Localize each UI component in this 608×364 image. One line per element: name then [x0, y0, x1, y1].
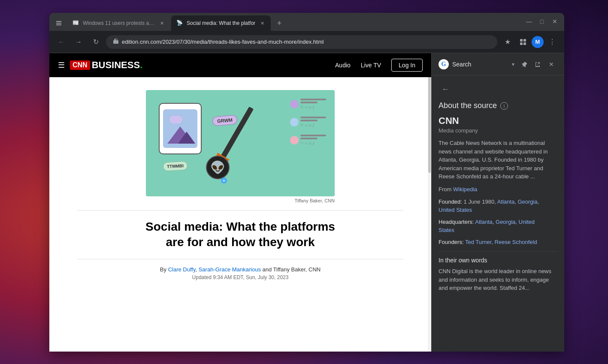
login-button[interactable]: Log In [391, 59, 423, 72]
panel-header-actions: ✕ [518, 58, 557, 70]
audio-nav-link[interactable]: Audio [335, 62, 351, 69]
illus-feed-item-1: ♡ ○ □ ⧸ [290, 99, 326, 110]
panel-inner: ← About the source i CNN Media company T… [432, 75, 564, 299]
content-area: ☰ CNN BUSINESS. Audio Live TV Log In [49, 53, 564, 352]
illus-ttmmbi-label: TTMMBI [163, 161, 188, 171]
illus-avatar-2 [290, 118, 299, 126]
hamburger-menu[interactable]: ☰ [58, 60, 65, 70]
article-divider [77, 210, 403, 211]
founders-link-reese[interactable]: Reese Schonfeld [495, 239, 537, 245]
illus-line-short-2 [300, 120, 318, 121]
author-link-1[interactable]: Clare Duffy [168, 266, 196, 273]
minimize-button[interactable]: — [523, 15, 535, 27]
back-button[interactable]: ← [54, 35, 68, 49]
business-logo-text: BUSINESS. [92, 60, 143, 71]
illus-line-short [300, 102, 318, 103]
panel-section-title: About the source i [439, 101, 557, 110]
founded-link-atlanta[interactable]: Atlanta [497, 199, 514, 205]
forward-button[interactable]: → [72, 35, 85, 49]
tab1-close[interactable]: ✕ [158, 20, 165, 27]
tab-windows[interactable]: 📰 Windows 11 users protests as M ✕ [67, 15, 170, 31]
illus-phone-inner [163, 109, 197, 148]
illus-icons-1: ♡ ○ □ ⧸ [300, 105, 326, 110]
illus-phone [159, 103, 202, 154]
illus-feed-item-3: ♡ ○ □ ⧸ [290, 135, 326, 146]
tab2-favicon: 📡 [176, 20, 183, 27]
source-description: The Cable News Network is a multinationa… [439, 139, 557, 181]
webpage: ☰ CNN BUSINESS. Audio Live TV Log In [49, 53, 431, 352]
illus-heart-icon: ♡ [300, 105, 303, 110]
browser-window: 📰 Windows 11 users protests as M ✕ 📡 Soc… [49, 13, 564, 352]
illus-avatar-1 [290, 100, 299, 108]
illus-lines-2: ♡ ○ □ ⧸ [300, 117, 326, 128]
panel-divider [439, 251, 557, 252]
founders-link-ted[interactable]: Ted Turner [465, 239, 491, 245]
illus-square-icon: □ [309, 105, 311, 110]
source-type: Media company [439, 127, 557, 134]
panel-search-arrow-icon[interactable]: ▾ [512, 61, 514, 67]
live-tv-nav-link[interactable]: Live TV [361, 62, 381, 69]
window-controls: — □ ✕ [523, 15, 561, 27]
hq-label: Headquarters: [439, 219, 474, 225]
illus-feed-item-2: ♡ ○ □ ⧸ [290, 117, 326, 128]
source-meta-founded: Founded: 1 June 1980, Atlanta, Georgia, … [439, 198, 557, 214]
menu-button[interactable]: ⋮ [545, 35, 559, 49]
illus-mountain2 [178, 132, 195, 144]
article-image: GRWM TTMMBI 👽 + [146, 90, 335, 196]
panel-close-button[interactable]: ✕ [545, 58, 557, 70]
svg-rect-2 [520, 42, 523, 45]
tab-cnn[interactable]: 📡 Social media: What the platfor ✕ [171, 15, 271, 31]
close-button[interactable]: ✕ [549, 15, 561, 27]
panel-back-button[interactable]: ← [439, 82, 452, 96]
panel-pin-button[interactable] [518, 58, 530, 70]
maximize-button[interactable]: □ [536, 15, 548, 27]
illus-alien: 👽 [206, 156, 230, 179]
source-meta-hq: Headquarters: Atlanta, Georgia, UnitedSt… [439, 218, 557, 235]
illus-cloud [169, 116, 182, 123]
illus-icons-3: ♡ ○ □ ⧸ [300, 141, 326, 146]
illus-plus-icon: + [221, 177, 227, 184]
bookmark-button[interactable]: ★ [501, 35, 514, 49]
illus-grwm-label: GRWM [212, 115, 238, 126]
hq-link-atlanta[interactable]: Atlanta [475, 219, 492, 225]
source-name: CNN [439, 115, 557, 126]
panel-popout-button[interactable] [532, 58, 544, 70]
info-icon[interactable]: i [500, 102, 508, 110]
reload-button[interactable]: ↻ [89, 35, 103, 49]
panel-search-text: Search [452, 61, 508, 68]
tab1-title: Windows 11 users protests as M [83, 20, 155, 26]
author-link-2[interactable]: Sarah-Grace Mankarious [199, 266, 261, 273]
own-words-text: CNN Digital is the world leader in onlin… [439, 267, 557, 292]
svg-rect-0 [520, 39, 523, 42]
new-tab-button[interactable]: + [273, 17, 285, 29]
scroll-bar[interactable] [428, 53, 431, 352]
google-g-logo: G [439, 59, 449, 69]
illus-line-2 [300, 117, 326, 118]
toolbar-actions: ★ M ⋮ [501, 35, 559, 49]
svg-rect-3 [523, 42, 526, 45]
illus-lines-1: ♡ ○ □ ⧸ [300, 99, 326, 110]
address-bar: ← → ↻ edition.cnn.com/2023/07/30/media/t… [49, 31, 564, 53]
tab1-favicon: 📰 [73, 20, 79, 27]
article-divider-2 [77, 259, 403, 259]
illus-lines-3: ♡ ○ □ ⧸ [300, 135, 326, 146]
tab2-close[interactable]: ✕ [259, 20, 266, 27]
wikipedia-link[interactable]: Wikipedia [453, 186, 477, 193]
founded-link-us[interactable]: United States [439, 207, 472, 213]
hq-link-georgia[interactable]: Georgia [496, 219, 515, 225]
cnn-header: ☰ CNN BUSINESS. Audio Live TV Log In [49, 53, 431, 77]
article-byline: By Clare Duffy, Sarah-Grace Mankarious a… [77, 266, 403, 273]
article-content: GRWM TTMMBI 👽 + [60, 77, 420, 289]
article-title: Social media: What the platforms are for… [137, 219, 343, 250]
cnn-header-left: ☰ CNN BUSINESS. [58, 60, 142, 71]
tab-list-button[interactable] [53, 17, 65, 29]
panel-content[interactable]: ← About the source i CNN Media company T… [432, 75, 564, 352]
founders-label: Founders: [439, 239, 464, 245]
profile-button[interactable]: M [532, 36, 544, 48]
founded-link-georgia[interactable]: Georgia [517, 199, 537, 205]
url-bar[interactable]: edition.cnn.com/2023/07/30/media/threads… [106, 35, 497, 49]
illus-circle-icon: ○ [305, 105, 307, 110]
illus-line-short-3 [300, 138, 318, 139]
extensions-button[interactable] [516, 35, 530, 49]
article-image-container: GRWM TTMMBI 👽 + [146, 90, 335, 203]
